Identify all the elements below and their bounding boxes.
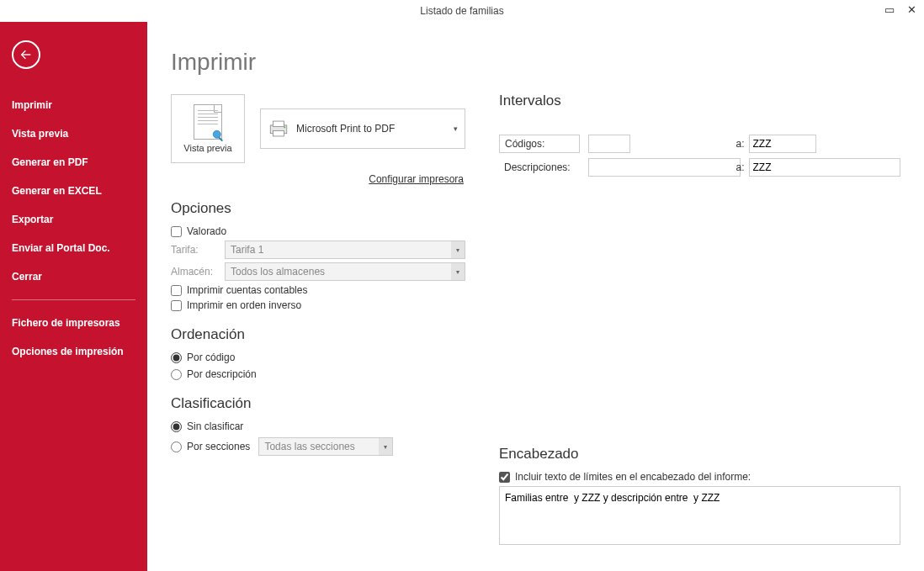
chk-valorado-label: Valorado bbox=[187, 225, 226, 237]
svg-point-5 bbox=[284, 126, 285, 128]
sidebar-label: Generar en EXCEL bbox=[12, 185, 102, 197]
chk-incluir-limites-label: Incluir texto de límites en el encabezad… bbox=[515, 471, 751, 483]
section-opciones: Opciones bbox=[171, 200, 465, 217]
printer-icon bbox=[268, 119, 289, 138]
sidebar-label: Vista previa bbox=[12, 128, 68, 140]
main: Imprimir Vista previa M bbox=[147, 22, 924, 571]
section-clasificacion: Clasificación bbox=[171, 395, 465, 412]
almacen-select[interactable]: ▾ bbox=[225, 262, 465, 281]
a-label: a: bbox=[732, 161, 749, 173]
chk-cuentas[interactable]: Imprimir cuentas contables bbox=[171, 284, 465, 296]
codigos-label: Códigos: bbox=[499, 135, 580, 153]
codigos-to-input[interactable] bbox=[749, 135, 816, 153]
sidebar-label: Imprimir bbox=[12, 99, 52, 111]
chk-incluir-limites[interactable]: Incluir texto de límites en el encabezad… bbox=[499, 471, 900, 483]
chk-inverso[interactable]: Imprimir en orden inverso bbox=[171, 299, 465, 311]
close-icon[interactable]: ✕ bbox=[905, 3, 917, 16]
radio-por-codigo-input[interactable] bbox=[171, 352, 182, 363]
sidebar-item-fichero-impresoras[interactable]: Fichero de impresoras bbox=[0, 309, 147, 337]
section-encabezado: Encabezado bbox=[499, 446, 900, 463]
chk-cuentas-label: Imprimir cuentas contables bbox=[187, 284, 307, 296]
tarifa-select[interactable]: ▾ bbox=[225, 241, 465, 259]
document-icon bbox=[194, 104, 222, 140]
sidebar-label: Cerrar bbox=[12, 271, 42, 283]
radio-sin-clasificar[interactable]: Sin clasificar bbox=[171, 420, 465, 432]
codigos-from-input[interactable] bbox=[588, 135, 630, 153]
encabezado-textarea[interactable] bbox=[499, 486, 900, 545]
tarifa-value bbox=[225, 241, 465, 259]
section-intervalos: Intervalos bbox=[499, 93, 900, 109]
tarifa-label: Tarifa: bbox=[171, 244, 218, 256]
secciones-select[interactable]: ▾ bbox=[258, 437, 393, 456]
sidebar-item-imprimir[interactable]: Imprimir bbox=[0, 91, 147, 119]
chk-valorado-input[interactable] bbox=[171, 226, 182, 237]
chk-cuentas-input[interactable] bbox=[171, 285, 182, 296]
chk-inverso-input[interactable] bbox=[171, 300, 182, 311]
sidebar-item-enviar-portal[interactable]: Enviar al Portal Doc. bbox=[0, 234, 147, 262]
svg-rect-4 bbox=[273, 130, 284, 136]
sidebar-item-cerrar[interactable]: Cerrar bbox=[0, 262, 147, 291]
chevron-down-icon: ▾ bbox=[454, 124, 458, 133]
sidebar-label: Opciones de impresión bbox=[12, 346, 124, 357]
maximize-icon[interactable]: ▭ bbox=[884, 3, 895, 16]
titlebar: Listado de familias ▭ ✕ bbox=[0, 0, 924, 22]
chk-inverso-label: Imprimir en orden inverso bbox=[187, 299, 301, 311]
sidebar-label: Fichero de impresoras bbox=[12, 317, 120, 329]
svg-rect-1 bbox=[218, 137, 223, 142]
radio-por-codigo-label: Por código bbox=[187, 352, 235, 363]
sidebar-label: Generar en PDF bbox=[12, 156, 88, 168]
radio-por-descripcion-input[interactable] bbox=[171, 369, 182, 380]
window-title: Listado de familias bbox=[0, 5, 924, 17]
section-ordenacion: Ordenación bbox=[171, 326, 465, 343]
preview-label: Vista previa bbox=[183, 143, 231, 153]
back-button[interactable] bbox=[12, 40, 40, 69]
magnifier-icon bbox=[211, 129, 226, 144]
configure-printer-link[interactable]: Configurar impresora bbox=[171, 173, 465, 185]
chk-incluir-limites-input[interactable] bbox=[499, 472, 510, 483]
almacen-value bbox=[225, 262, 465, 281]
sidebar-separator bbox=[12, 299, 135, 300]
intervalos-grid: Códigos: a: Descripciones: a: bbox=[499, 135, 900, 177]
sidebar-item-opciones-impresion[interactable]: Opciones de impresión bbox=[0, 337, 147, 366]
desc-to-input[interactable] bbox=[749, 158, 901, 177]
radio-sin-clasificar-input[interactable] bbox=[171, 421, 182, 432]
window-controls: ▭ ✕ bbox=[884, 3, 917, 16]
preview-button[interactable]: Vista previa bbox=[171, 94, 245, 163]
sidebar-item-exportar[interactable]: Exportar bbox=[0, 205, 147, 234]
sidebar-label: Exportar bbox=[12, 214, 53, 225]
sidebar-item-vista-previa[interactable]: Vista previa bbox=[0, 119, 147, 148]
descripciones-label: Descripciones: bbox=[499, 161, 580, 173]
radio-sin-clasificar-label: Sin clasificar bbox=[187, 420, 243, 432]
secciones-value bbox=[258, 437, 393, 456]
sidebar-item-generar-excel[interactable]: Generar en EXCEL bbox=[0, 177, 147, 205]
printer-name: Microsoft Print to PDF bbox=[296, 123, 447, 135]
page-title: Imprimir bbox=[171, 49, 465, 76]
radio-por-descripcion[interactable]: Por descripción bbox=[171, 368, 465, 380]
almacen-label: Almacén: bbox=[171, 266, 218, 278]
sidebar-item-generar-pdf[interactable]: Generar en PDF bbox=[0, 148, 147, 177]
radio-por-descripcion-label: Por descripción bbox=[187, 368, 257, 380]
chk-valorado[interactable]: Valorado bbox=[171, 225, 465, 237]
chevron-down-icon: ▾ bbox=[451, 241, 465, 258]
radio-por-codigo[interactable]: Por código bbox=[171, 352, 465, 363]
radio-por-secciones[interactable]: Por secciones bbox=[171, 441, 250, 452]
chevron-down-icon: ▾ bbox=[379, 438, 392, 455]
sidebar: Imprimir Vista previa Generar en PDF Gen… bbox=[0, 22, 147, 571]
svg-rect-3 bbox=[273, 121, 284, 127]
printer-select[interactable]: Microsoft Print to PDF ▾ bbox=[260, 108, 465, 149]
sidebar-label: Enviar al Portal Doc. bbox=[12, 242, 110, 254]
a-label: a: bbox=[732, 138, 749, 150]
radio-por-secciones-input[interactable] bbox=[171, 441, 182, 452]
chevron-down-icon: ▾ bbox=[451, 263, 465, 280]
desc-from-input[interactable] bbox=[588, 158, 741, 177]
radio-por-secciones-label: Por secciones bbox=[187, 441, 250, 452]
